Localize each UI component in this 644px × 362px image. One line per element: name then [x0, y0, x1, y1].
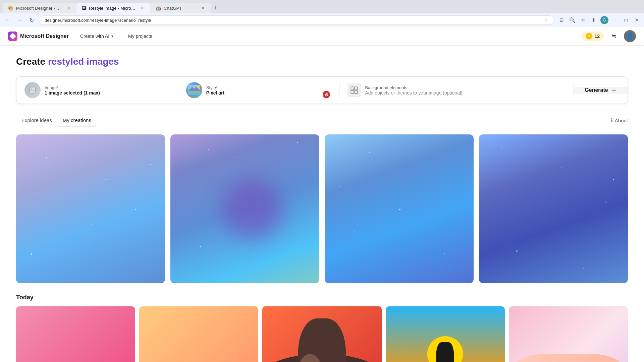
about-label: About	[615, 118, 628, 123]
image-card-3[interactable]	[325, 134, 474, 283]
generate-arrow-icon: →	[611, 87, 617, 94]
coins-badge[interactable]: ✦ 12	[582, 32, 604, 41]
today-label: Today	[16, 294, 628, 301]
image-grid	[16, 134, 628, 283]
profile-icon[interactable]: G	[600, 15, 609, 25]
no-go-icon: ⊘	[323, 91, 330, 98]
svg-rect-10	[355, 87, 358, 90]
starfield-3	[325, 134, 474, 283]
tab-close-2[interactable]: ✕	[140, 5, 145, 11]
create-with-ai-button[interactable]: Create with AI ▾	[77, 32, 117, 41]
avatar-icon: 👤	[626, 33, 634, 40]
browser-tab-3[interactable]: 🤖 ChatGPT ✕	[150, 3, 211, 13]
download-icon[interactable]: ⬇	[589, 15, 598, 25]
starfield-4	[479, 134, 628, 283]
share-icon[interactable]: ⇋	[608, 30, 620, 42]
svg-rect-8	[188, 93, 200, 95]
tab-explore-ideas[interactable]: Explore ideas	[16, 115, 57, 126]
tab-my-creations-label: My creations	[63, 117, 91, 123]
back-button[interactable]: ←	[3, 15, 12, 25]
image-icon	[24, 82, 41, 98]
screen-cast-icon[interactable]: ⊡	[557, 15, 566, 25]
browser-maximize-icon[interactable]: □	[621, 15, 631, 25]
svg-rect-11	[351, 90, 354, 94]
tabs-left: Explore ideas My creations	[16, 115, 97, 126]
logo-text: Microsoft Designer	[20, 33, 69, 39]
tab-label-1: Microsoft Designer - Stunning...	[16, 6, 63, 11]
my-projects-label: My projects	[128, 34, 152, 39]
tab-my-creations[interactable]: My creations	[57, 115, 97, 126]
about-info-icon: ℹ	[611, 117, 613, 124]
title-prefix: Create	[16, 56, 48, 67]
logo[interactable]: Microsoft Designer	[8, 32, 69, 41]
url-input[interactable]: designer.microsoft.com/restyle-image?sce…	[39, 15, 554, 25]
background-label: Background elements	[365, 85, 462, 90]
forward-button[interactable]: →	[15, 15, 24, 25]
coin-icon: ✦	[586, 33, 592, 40]
image-sublabel: 1 image selected (1 max)	[45, 90, 100, 96]
tab-label-2: Restyle image - Microsoft Desi...	[89, 6, 137, 11]
style-value: Pixel art	[206, 90, 224, 96]
url-star-icon[interactable]: ☆	[544, 17, 548, 23]
tab-favicon-3: 🤖	[156, 6, 161, 11]
address-bar: ← → ↻ designer.microsoft.com/restyle-ima…	[0, 13, 644, 27]
svg-rect-12	[355, 90, 358, 94]
browser-tab-1[interactable]: 🎨 Microsoft Designer - Stunning... ✕	[3, 3, 76, 13]
generate-label: Generate	[585, 87, 608, 93]
title-accent: restyled images	[48, 56, 119, 67]
generate-button[interactable]: Generate →	[574, 87, 628, 94]
today-grid	[16, 306, 628, 362]
svg-rect-9	[351, 87, 354, 90]
tab-favicon-1: 🎨	[8, 6, 13, 11]
image-section[interactable]: Image* 1 image selected (1 max)	[16, 77, 178, 104]
today-card-3[interactable]	[262, 306, 381, 362]
today-card-2[interactable]	[139, 306, 258, 362]
tab-label-3: ChatGPT	[164, 6, 197, 11]
tab-favicon-2: 🖼	[82, 6, 86, 11]
background-section[interactable]: Background elements Add objects or theme…	[339, 78, 574, 102]
image-label: Image*	[45, 85, 100, 90]
main-content: Create restyled images Image* 1 image se…	[0, 46, 644, 362]
image-card-2[interactable]	[170, 134, 319, 283]
style-section[interactable]: Style* Pixel art ⊘	[178, 77, 340, 104]
dropdown-arrow-icon: ▾	[111, 34, 113, 39]
form-bar: Image* 1 image selected (1 max)	[16, 76, 628, 104]
header-right: ✦ 12 ⇋ 👤	[582, 30, 636, 42]
svg-rect-0	[30, 87, 36, 93]
search-icon[interactable]: 🔍	[568, 15, 577, 25]
url-text: designer.microsoft.com/restyle-image?sce…	[45, 18, 541, 23]
image-card-4[interactable]	[479, 134, 628, 283]
coins-count: 12	[594, 34, 600, 39]
today-section: Today	[16, 294, 628, 362]
starfield-2	[170, 134, 319, 283]
avatar[interactable]: 👤	[624, 30, 636, 42]
style-label: Style*	[206, 85, 224, 90]
new-tab-button[interactable]: +	[211, 3, 220, 13]
reload-button[interactable]: ↻	[27, 15, 36, 25]
tab-close-1[interactable]: ✕	[66, 5, 71, 11]
create-with-ai-label: Create with AI	[80, 34, 109, 39]
logo-icon	[8, 32, 17, 41]
style-icon	[186, 82, 202, 98]
tab-close-3[interactable]: ✕	[200, 5, 205, 11]
today-card-4[interactable]	[386, 306, 505, 362]
app-header: Microsoft Designer Create with AI ▾ My p…	[0, 27, 644, 46]
bookmark-icon[interactable]: ☆	[578, 15, 588, 25]
page-title: Create restyled images	[16, 56, 628, 67]
tabs-area: Explore ideas My creations ℹ About	[16, 115, 628, 126]
image-card-1[interactable]	[16, 134, 165, 283]
browser-tab-2[interactable]: 🖼 Restyle image - Microsoft Desi... ✕	[76, 3, 150, 13]
tab-explore-label: Explore ideas	[21, 117, 52, 123]
my-projects-button[interactable]: My projects	[125, 32, 156, 41]
today-card-5[interactable]	[509, 306, 628, 362]
about-button[interactable]: ℹ About	[611, 117, 628, 124]
background-sublabel: Add objects or themes to your image (opt…	[365, 90, 462, 96]
background-icon	[347, 83, 361, 97]
browser-close-icon[interactable]: ✕	[632, 15, 641, 25]
browser-minimize-icon[interactable]: —	[610, 15, 620, 25]
svg-point-4	[197, 85, 200, 88]
today-card-1[interactable]	[16, 306, 135, 362]
starfield-1	[16, 134, 165, 283]
